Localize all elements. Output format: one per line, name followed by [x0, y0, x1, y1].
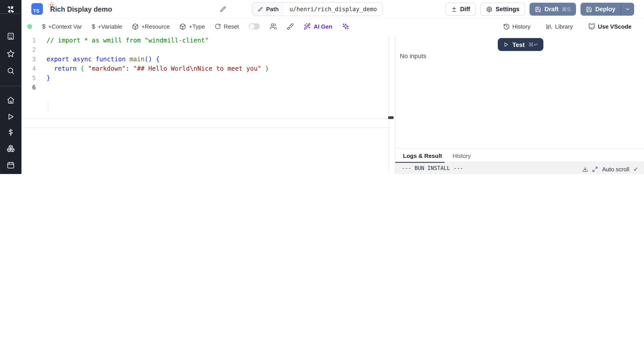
typescript-badge: TS — [31, 3, 43, 15]
add-resource-button[interactable]: +Resource — [132, 23, 170, 30]
line-number: 2 — [22, 45, 46, 54]
windmill-script-editor: TS Rich Display demo Path u/henri/rich_d… — [0, 0, 644, 174]
diff-button[interactable]: Diff — [445, 3, 476, 16]
no-inputs-label: No inputs — [400, 52, 426, 60]
save-icon — [535, 6, 541, 12]
schedules-calendar-icon[interactable] — [0, 161, 22, 169]
code-line[interactable] — [46, 45, 390, 54]
history-button[interactable]: History — [503, 23, 530, 30]
reset-rotate-icon — [215, 23, 221, 30]
search-icon[interactable] — [0, 67, 22, 75]
diff-mode-toggle[interactable] — [249, 23, 260, 30]
windmill-logo-icon[interactable] — [6, 4, 16, 14]
status-green-dot — [27, 24, 32, 29]
reset-button[interactable]: Reset — [215, 23, 239, 30]
tab-history[interactable]: History — [452, 148, 471, 163]
library-button[interactable]: Library — [546, 23, 573, 30]
save-icon — [586, 6, 592, 12]
code-line[interactable]: export async function main() { — [46, 54, 390, 64]
format-brush-icon[interactable] — [287, 23, 294, 30]
resources-boxes-icon[interactable] — [0, 144, 22, 152]
diff-icon — [451, 6, 457, 12]
use-vscode-button[interactable]: Use VScode — [588, 23, 632, 30]
log-lines: --- BUN INSTALL ---empty dependencies, s… — [402, 165, 518, 174]
run-panel: Test ⌘↵ No inputs Logs & Result History … — [395, 34, 644, 174]
package-icon — [132, 23, 139, 30]
editor-right-edge — [389, 34, 389, 174]
history-clock-icon — [503, 23, 510, 30]
path-value[interactable]: u/henri/rich_display_demo — [284, 3, 382, 16]
editor-toolbar: $ +Context Var $ +Variable +Resource +Ty… — [22, 18, 644, 34]
line-number: 5 — [22, 73, 46, 83]
tab-logs-result[interactable]: Logs & Result — [403, 148, 442, 163]
favorites-star-icon[interactable] — [0, 50, 22, 58]
code-line[interactable] — [46, 83, 390, 92]
magic-wand-icon — [304, 23, 311, 30]
deploy-dropdown-button[interactable] — [621, 3, 634, 16]
draft-shortcut: ⌘S — [562, 6, 571, 12]
workspace-building-icon[interactable] — [0, 32, 22, 40]
settings-button[interactable]: Settings — [480, 3, 525, 16]
line-number: 6 — [22, 83, 46, 92]
code-content[interactable]: // import * as wmill from "windmill-clie… — [46, 36, 390, 92]
sidebar — [0, 0, 22, 174]
download-logs-icon[interactable] — [582, 166, 588, 172]
auto-scroll-check[interactable]: ✓ — [633, 166, 638, 173]
code-line[interactable]: } — [46, 73, 390, 83]
edit-title-pencil-icon[interactable] — [220, 6, 226, 12]
dollar-icon: $ — [42, 23, 46, 30]
result-tabs: Logs & Result History — [395, 148, 644, 162]
add-context-var-button[interactable]: $ +Context Var — [42, 23, 82, 30]
home-icon[interactable] — [0, 96, 22, 104]
draft-button[interactable]: Draft ⌘S — [530, 3, 576, 16]
path-field[interactable]: Path u/henri/rich_display_demo — [252, 2, 383, 16]
page-title: Rich Display demo — [50, 0, 112, 18]
variables-dollar-icon[interactable] — [0, 128, 22, 136]
log-line: --- BUN INSTALL --- — [402, 165, 518, 171]
chevron-down-icon — [625, 6, 630, 12]
sidebar-divider — [0, 86, 22, 86]
line-number: 1 — [22, 36, 46, 45]
test-shortcut: ⌘↵ — [528, 42, 538, 48]
add-variable-button[interactable]: $ +Variable — [92, 23, 122, 30]
deploy-button-group: Deploy — [580, 3, 634, 16]
code-editor[interactable]: 123456 // import * as wmill from "windmi… — [22, 34, 390, 174]
sparkles-icon[interactable] — [342, 23, 349, 30]
sidebar-divider — [0, 14, 22, 14]
header: TS Rich Display demo Path u/henri/rich_d… — [22, 0, 644, 18]
line-number: 3 — [22, 54, 46, 64]
log-output: --- BUN INSTALL ---empty dependencies, s… — [395, 163, 644, 174]
line-number-gutter: 123456 — [22, 36, 46, 92]
expand-logs-icon[interactable] — [592, 166, 598, 172]
play-icon — [503, 42, 509, 48]
code-line[interactable]: // import * as wmill from "windmill-clie… — [46, 36, 390, 45]
active-line-highlight — [22, 118, 390, 128]
runs-play-icon[interactable] — [0, 113, 22, 121]
package-icon — [180, 23, 186, 30]
cat-icon — [588, 23, 595, 30]
add-type-button[interactable]: +Type — [180, 23, 205, 30]
path-label: Path — [266, 6, 278, 12]
ai-gen-button[interactable]: AI Gen — [304, 23, 332, 30]
dollar-icon: $ — [92, 23, 95, 30]
multiplayer-users-icon[interactable] — [270, 23, 277, 30]
gear-icon — [486, 6, 492, 12]
indent-guide — [48, 102, 48, 111]
path-edit-button[interactable]: Path — [252, 3, 284, 16]
code-line[interactable]: return { "markdown": "## Hello World\nNi… — [46, 64, 390, 73]
line-number: 4 — [22, 64, 46, 73]
auto-scroll-label[interactable]: Auto scroll — [602, 166, 629, 173]
test-button[interactable]: Test ⌘↵ — [498, 38, 544, 51]
library-icon — [546, 23, 552, 30]
overview-ruler-cursor-marker — [388, 116, 394, 119]
deploy-button[interactable]: Deploy — [580, 3, 621, 16]
